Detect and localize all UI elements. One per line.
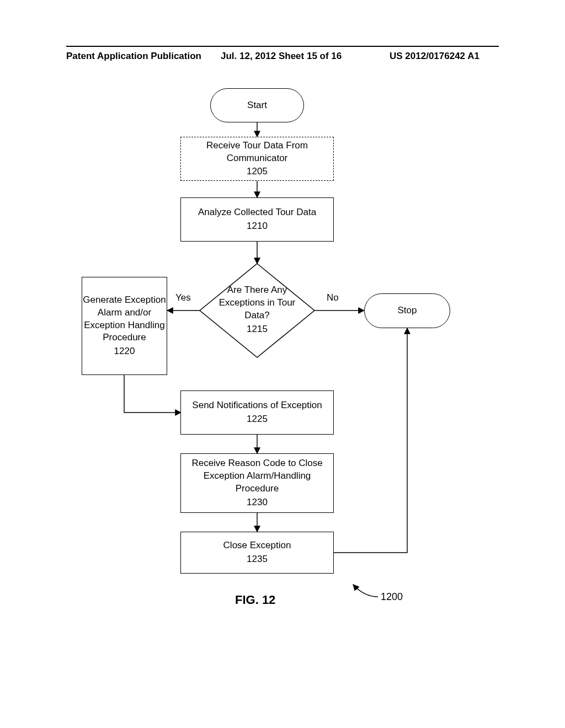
figure-reference-number: 1200: [381, 591, 403, 603]
process-1210-text: Analyze Collected Tour Data: [198, 206, 316, 219]
process-1220-num: 1220: [114, 345, 135, 358]
header-left: Patent Application Publication: [66, 51, 201, 62]
decision-1215: Are There Any Exceptions in Tour Data? 1…: [207, 271, 307, 349]
process-1225-num: 1225: [247, 413, 268, 426]
process-1220-text: Generate Exception Alarm and/or Exceptio…: [82, 294, 167, 345]
process-1230-num: 1230: [247, 496, 268, 509]
process-1205-text: Receive Tour Data From Communicator: [181, 140, 333, 165]
process-1235-text: Close Exception: [223, 539, 291, 552]
stop-label: Stop: [398, 304, 417, 317]
process-1220: Generate Exception Alarm and/or Exceptio…: [82, 277, 167, 375]
terminator-stop: Stop: [364, 293, 450, 328]
process-1235-num: 1235: [247, 553, 268, 566]
process-1230-text: Receive Reason Code to Close Exception A…: [181, 457, 333, 495]
edge-yes-label: Yes: [175, 292, 191, 303]
decision-1215-text: Are There Any Exceptions in Tour Data?: [207, 284, 307, 322]
process-1225: Send Notifications of Exception 1225: [180, 390, 334, 435]
header-right: US 2012/0176242 A1: [390, 51, 479, 62]
figure-label: FIG. 12: [235, 593, 275, 607]
process-1235: Close Exception 1235: [180, 532, 334, 574]
header-rule: [66, 46, 499, 47]
edge-no-label: No: [327, 292, 339, 303]
process-1205: Receive Tour Data From Communicator 1205: [180, 137, 334, 181]
process-1230: Receive Reason Code to Close Exception A…: [180, 453, 334, 513]
decision-1215-num: 1215: [247, 323, 268, 336]
start-label: Start: [247, 99, 267, 112]
header-mid: Jul. 12, 2012 Sheet 15 of 16: [221, 51, 342, 62]
terminator-start: Start: [210, 88, 304, 122]
process-1210: Analyze Collected Tour Data 1210: [180, 197, 334, 242]
process-1205-num: 1205: [247, 165, 268, 178]
process-1225-text: Send Notifications of Exception: [192, 399, 322, 412]
process-1210-num: 1210: [247, 220, 268, 233]
